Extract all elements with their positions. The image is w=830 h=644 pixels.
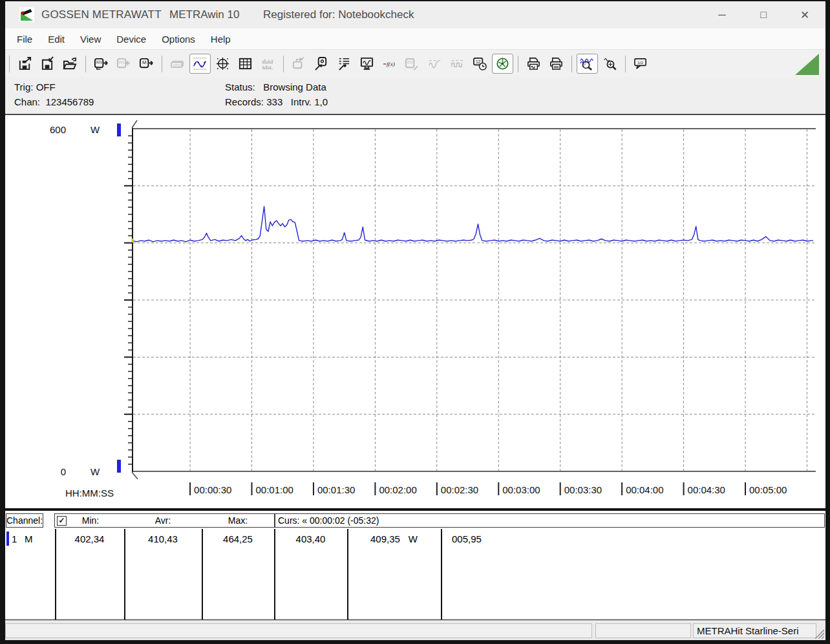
notes-button[interactable]: 1/2 [630,54,652,74]
power-chart[interactable]: 00:00:3000:01:0000:01:3000:02:0000:02:30… [5,114,825,510]
device-settings-icon [314,56,329,71]
pulse-output-button [447,54,468,74]
interval-label: Intrv. [291,96,312,107]
send-device-321-button: 321 [113,54,134,74]
toolbar: 321321M1252=f(x)321121/2 [5,50,825,77]
channel-number: 1 [12,531,22,546]
zoom-cursor-button[interactable] [599,54,621,74]
cursor-edge-nib [132,239,134,242]
title-registered-text: Registered for: Notebookcheck [263,8,414,21]
app-icon [19,7,34,22]
trig-value: OFF [36,81,56,92]
device-settings-button[interactable] [311,54,332,74]
toolbar-separator [625,56,626,72]
device-321-settings-icon: 321 [405,56,420,71]
menu-item-options[interactable]: Options [154,28,203,49]
avr-value: 410,43 [124,531,202,546]
timer-run-button[interactable] [492,54,513,74]
statusbar-message-panel [5,623,592,638]
view-yt-chart-button[interactable] [189,54,211,74]
x-tick-label: 00:03:00 [502,484,540,495]
app-window: GOSSEN METRAWATT METRAwin 10 Registered … [0,0,830,644]
x-tick-label: 00:02:00 [379,484,416,495]
formula-fx-button[interactable]: =f(x) [379,54,400,74]
menu-item-help[interactable]: Help [203,28,239,49]
view-histogram-icon [261,56,275,71]
channel-marker-bottom [117,460,121,473]
maximize-button[interactable]: □ [743,1,784,28]
toolbar-separator [162,56,162,72]
read-device-memory-button[interactable]: M [136,54,157,74]
trig-label: Trig: OFF [14,81,56,92]
save-file-export-button[interactable] [14,54,36,74]
statusbar-device-panel: METRAHit Starline-Seri [693,623,816,638]
menu-item-device[interactable]: Device [109,28,154,49]
print-icon [549,56,564,71]
cursor-header-cell: Curs: « 00:00:02 (-05:32) [275,513,825,528]
menu-item-edit[interactable]: Edit [40,28,72,49]
min-value: 402,34 [55,531,124,546]
export-data-button [288,54,310,74]
device-name: METRAHit Starline-Seri [697,625,799,636]
title-app-name: GOSSEN METRAWATT [41,8,162,21]
zoom-time-button[interactable] [577,54,598,74]
max-header: Max: [212,515,264,526]
live-monitor-button[interactable] [356,54,378,74]
analog-output-icon [427,56,442,71]
print-button[interactable] [546,54,567,74]
toolbar-separator [283,56,284,72]
title-bar: GOSSEN METRAWATT METRAwin 10 Registered … [5,1,825,28]
records-label: Records: 333 Intrv. 1,0 [225,96,328,107]
channel-settings-icon [337,56,352,71]
zoom-cursor-icon [602,56,617,71]
status-bar: METRAHit Starline-Seri [5,620,825,640]
x-tick-label: 00:04:30 [688,484,725,495]
open-file-button[interactable] [59,54,81,74]
channel-mode: M [25,531,37,546]
zoom-time-icon [580,56,595,71]
analog-output-button [424,54,445,74]
time-settings-icon: 12 [473,56,487,71]
time-settings-button[interactable]: 12 [469,54,491,74]
x-tick-label: 00:05:00 [749,484,787,495]
open-file-icon [63,56,78,71]
view-xy-scope-button[interactable] [212,54,233,74]
multimeter-display-button: 1252 [167,54,188,74]
minimize-button[interactable]: ─ [701,1,743,28]
resize-grip[interactable] [813,627,824,639]
x-tick-label: 00:04:00 [626,484,663,495]
interval-value: 1,0 [314,96,328,107]
max-value: 464,25 [202,531,274,546]
svg-text:=f(x): =f(x) [383,61,395,67]
menu-item-view[interactable]: View [72,28,109,49]
close-button[interactable]: ✕ [784,1,825,28]
delta-value: 005,95 [452,531,510,546]
menu-bar: FileEditViewDeviceOptionsHelp [5,28,825,50]
svg-text:321: 321 [118,60,125,64]
status-value: Browsing Data [263,81,326,92]
records-value: 333 [266,96,282,107]
view-table-button[interactable] [235,54,256,74]
cursor-unit: W [409,533,418,544]
menu-item-file[interactable]: File [9,28,40,49]
save-file-import-button[interactable] [37,54,58,74]
channel-settings-button[interactable] [334,54,355,74]
view-table-icon [238,56,253,71]
pulse-output-icon [450,56,465,71]
formula-fx-icon: =f(x) [382,56,397,71]
view-xy-scope-icon [215,56,230,71]
table-divider [441,529,442,619]
x-tick-label: 00:00:30 [194,484,231,495]
title-product-name: METRAwin 10 [169,8,239,21]
save-file-import-icon [40,56,55,71]
timer-run-icon [495,56,510,71]
toolbar-separator [9,56,10,72]
read-device-memory-icon: M [139,56,154,71]
avr-header: Avr: [137,515,189,526]
read-device-321-button[interactable]: 321 [90,54,112,74]
connection-status-triangle-icon [795,54,819,75]
print-preview-button[interactable] [523,54,544,74]
svg-text:M: M [142,59,146,65]
x-tick-label: 00:03:30 [564,484,602,495]
cursor2-value: 409,35W [347,531,441,546]
